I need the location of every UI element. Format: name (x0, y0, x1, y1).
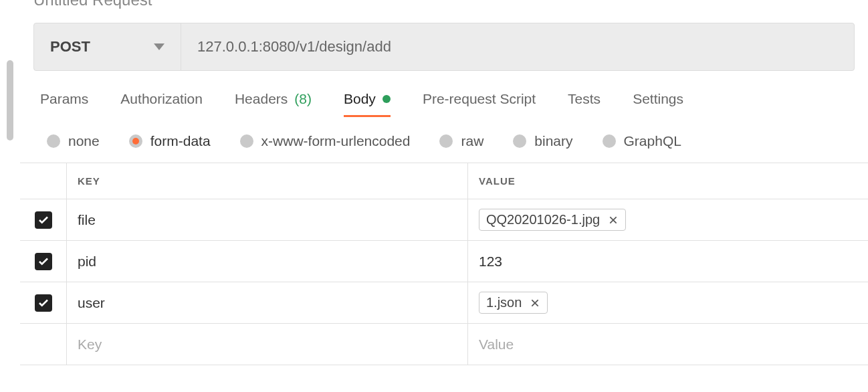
table-row-new: Key Value (20, 324, 868, 365)
check-icon (37, 256, 49, 268)
table-row: pid 123 (20, 241, 868, 282)
radio-form-data-label: form-data (150, 133, 211, 149)
tab-body-label: Body (344, 91, 376, 107)
key-cell[interactable]: file (67, 199, 468, 240)
row-checkbox[interactable] (35, 294, 52, 312)
check-icon (37, 214, 49, 226)
file-chip-name: QQ20201026-1.jpg (486, 212, 600, 227)
body-type-group: none form-data x-www-form-urlencoded raw… (20, 117, 868, 163)
tab-tests[interactable]: Tests (568, 91, 601, 117)
header-value: VALUE (479, 175, 516, 187)
method-text: POST (50, 38, 90, 56)
radio-raw-label: raw (461, 133, 483, 149)
tab-tests-label: Tests (568, 91, 601, 107)
key-cell[interactable]: user (67, 282, 468, 323)
row-checkbox[interactable] (35, 211, 52, 229)
chevron-down-icon (154, 43, 165, 50)
file-chip-name: 1.json (486, 295, 522, 310)
tab-headers-count: (8) (294, 91, 312, 107)
scrollbar-thumb[interactable] (7, 60, 13, 140)
check-icon (37, 297, 49, 309)
request-title: Untitled Request (20, 0, 868, 15)
radio-graphql[interactable]: GraphQL (603, 133, 681, 149)
key-cell[interactable]: pid (67, 241, 468, 282)
key-placeholder: Key (78, 336, 102, 353)
value-cell[interactable]: Value (468, 324, 868, 365)
value-cell[interactable]: QQ20201026-1.jpg (468, 199, 868, 240)
url-input[interactable]: 127.0.0.1:8080/v1/design/add (181, 23, 854, 70)
value-text: 123 (479, 254, 502, 270)
radio-icon (603, 134, 616, 148)
request-bar: POST 127.0.0.1:8080/v1/design/add (33, 23, 855, 71)
tab-settings-label: Settings (633, 91, 683, 107)
url-text: 127.0.0.1:8080/v1/design/add (197, 38, 391, 56)
radio-icon (240, 134, 253, 148)
file-chip[interactable]: QQ20201026-1.jpg (479, 209, 626, 231)
radio-none[interactable]: none (47, 133, 100, 149)
method-select[interactable]: POST (34, 23, 181, 70)
value-placeholder: Value (479, 336, 514, 353)
radio-binary-label: binary (534, 133, 572, 149)
new-row-checkbox-cell (20, 324, 67, 365)
tab-headers-label: Headers (235, 91, 288, 107)
radio-none-label: none (68, 133, 100, 149)
form-data-table: KEY VALUE file QQ20201026-1.jpg (20, 163, 868, 365)
tab-prerequest-label: Pre-request Script (423, 91, 536, 107)
key-text: pid (78, 254, 96, 270)
tab-params-label: Params (40, 91, 88, 107)
tab-authorization-label: Authorization (120, 91, 203, 107)
table-row: file QQ20201026-1.jpg (20, 199, 868, 241)
radio-icon (439, 134, 453, 148)
dot-indicator-icon (383, 95, 391, 103)
request-tabs: Params Authorization Headers (8) Body Pr… (20, 71, 868, 117)
table-header-row: KEY VALUE (20, 163, 868, 199)
row-checkbox[interactable] (35, 253, 52, 270)
close-icon[interactable] (608, 215, 619, 225)
radio-icon (129, 134, 142, 148)
radio-raw[interactable]: raw (439, 133, 483, 149)
radio-binary[interactable]: binary (513, 133, 572, 149)
radio-graphql-label: GraphQL (624, 133, 681, 149)
radio-icon (513, 134, 526, 148)
tab-authorization[interactable]: Authorization (120, 91, 203, 117)
value-cell[interactable]: 1.json (468, 282, 868, 323)
radio-icon (47, 134, 60, 148)
tab-settings[interactable]: Settings (633, 91, 683, 117)
radio-urlencoded-label: x-www-form-urlencoded (261, 133, 411, 149)
value-cell[interactable]: 123 (468, 241, 868, 282)
tab-params[interactable]: Params (40, 91, 88, 117)
radio-urlencoded[interactable]: x-www-form-urlencoded (240, 133, 411, 149)
tab-headers[interactable]: Headers (8) (235, 91, 312, 117)
table-row: user 1.json (20, 282, 868, 324)
key-text: file (78, 212, 96, 228)
header-key: KEY (78, 175, 100, 187)
close-icon[interactable] (530, 298, 540, 308)
radio-form-data[interactable]: form-data (129, 133, 211, 149)
key-text: user (78, 295, 105, 311)
tab-body[interactable]: Body (344, 91, 391, 117)
key-cell[interactable]: Key (67, 324, 468, 365)
header-checkbox-cell (20, 163, 67, 199)
tab-prerequest[interactable]: Pre-request Script (423, 91, 536, 117)
file-chip[interactable]: 1.json (479, 292, 548, 314)
